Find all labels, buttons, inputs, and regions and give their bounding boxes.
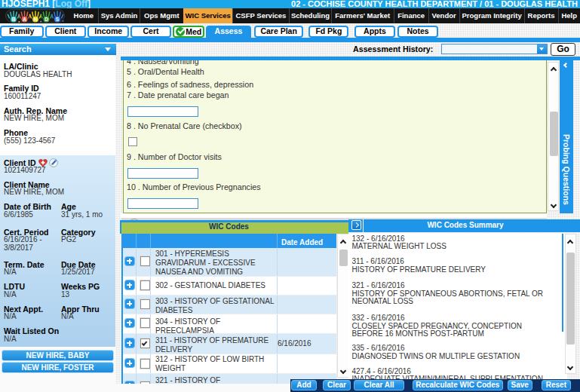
svg-text:D: D [44, 17, 48, 22]
svg-text:B: B [12, 17, 16, 22]
svg-text:A: A [23, 17, 26, 22]
svg-text:N: N [34, 17, 38, 22]
svg-text:S: S [56, 17, 60, 22]
